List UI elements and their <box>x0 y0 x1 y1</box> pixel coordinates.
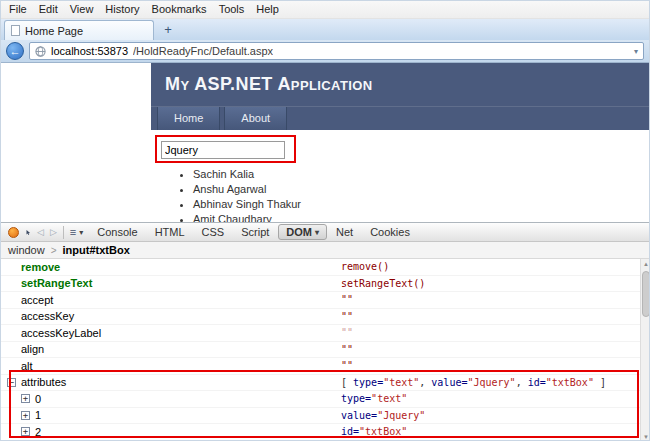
dom-row-accessKey[interactable]: accessKey"" <box>1 309 640 326</box>
dom-row-0[interactable]: +0type="text" <box>1 391 640 408</box>
scrollbar[interactable]: ▲ ▼ <box>640 259 650 441</box>
firebug-tabbar: ConsoleHTMLCSSScriptDOM▾NetCookies <box>89 224 418 240</box>
firebug-tab-net[interactable]: Net <box>328 224 361 240</box>
property-value: "" <box>341 294 640 305</box>
property-name-cell: accessKey <box>1 310 341 322</box>
firebug-toolbar: ◁ ▷ ≡ ▾ ConsoleHTMLCSSScriptDOM▾NetCooki… <box>1 222 650 242</box>
chevron-down-icon[interactable]: ▾ <box>79 228 83 237</box>
txtBox-input[interactable] <box>161 141 285 159</box>
menu-item-view[interactable]: View <box>64 1 100 18</box>
property-name: 1 <box>35 409 41 421</box>
nav-home-button[interactable]: Home <box>157 107 220 130</box>
toolbar-divider <box>63 226 64 239</box>
site-nav: HomeAbout <box>151 106 650 130</box>
web-page: My ASP.NET Application HomeAbout Sachin … <box>1 63 650 222</box>
menu-item-bookmarks[interactable]: Bookmarks <box>146 1 213 18</box>
menu-item-help[interactable]: Help <box>250 1 285 18</box>
property-name: accessKeyLabel <box>21 327 101 339</box>
property-value: [ type="text", value="Jquery", id="txtBo… <box>341 377 640 388</box>
globe-icon <box>35 46 46 57</box>
menu-item-history[interactable]: History <box>99 1 145 18</box>
punctuation: ] <box>594 377 606 388</box>
scroll-up-icon[interactable]: ▲ <box>641 259 650 269</box>
tab-label: HTML <box>155 226 185 238</box>
site-title: My ASP.NET Application <box>151 63 650 95</box>
punctuation: , <box>419 377 431 388</box>
expander-minus-icon[interactable]: − <box>7 378 16 387</box>
property-name-cell: +1 <box>1 409 341 421</box>
property-value: "" <box>341 344 640 355</box>
property-name: 2 <box>35 426 41 438</box>
property-name-cell: setRangeText <box>1 277 341 289</box>
url-path: /HoldReadyFnc/Default.aspx <box>133 45 273 57</box>
dom-row-align[interactable]: align"" <box>1 342 640 359</box>
breadcrumb-window[interactable]: window <box>8 244 45 256</box>
tab-label: Cookies <box>370 226 410 238</box>
firebug-tab-cookies[interactable]: Cookies <box>362 224 418 240</box>
firebug-tab-console[interactable]: Console <box>89 224 145 240</box>
tab-label: Net <box>336 226 353 238</box>
dom-row-attributes[interactable]: −attributes[ type="text", value="Jquery"… <box>1 375 640 392</box>
property-value: setRangeText() <box>341 278 640 289</box>
panel-list-icon[interactable]: ≡ <box>67 223 79 241</box>
property-name-cell: +0 <box>1 393 341 405</box>
list-item: Anshu Agarwal <box>193 183 650 195</box>
property-value: remove() <box>341 261 640 272</box>
property-name-cell: align <box>1 343 341 355</box>
property-name: setRangeText <box>21 277 92 289</box>
dom-row-remove[interactable]: removeremove() <box>1 259 640 276</box>
url-dropdown-icon[interactable]: ▾ <box>634 47 638 56</box>
tab-label: Script <box>241 226 269 238</box>
back-button[interactable]: ← <box>6 42 24 60</box>
inspect-element-icon[interactable] <box>22 226 34 239</box>
dom-row-setRangeText[interactable]: setRangeTextsetRangeText() <box>1 276 640 293</box>
new-tab-button[interactable]: + <box>157 22 179 38</box>
firebug-tab-css[interactable]: CSS <box>194 224 233 240</box>
expander-plus-icon[interactable]: + <box>21 411 30 420</box>
dom-row-alt[interactable]: alt"" <box>1 358 640 375</box>
tab-label: CSS <box>202 226 225 238</box>
address-bar: ← localhost:53873/HoldReadyFnc/Default.a… <box>1 40 649 63</box>
attr-value: "text" <box>383 377 419 388</box>
property-name: remove <box>21 261 60 273</box>
menu-item-edit[interactable]: Edit <box>33 1 64 18</box>
nav-about-button[interactable]: About <box>224 107 287 130</box>
property-value: "" <box>341 327 640 338</box>
firebug-panel: ◁ ▷ ≡ ▾ ConsoleHTMLCSSScriptDOM▾NetCooki… <box>1 222 650 441</box>
attr-value: "text" <box>371 393 407 404</box>
scroll-down-icon[interactable]: ▼ <box>641 432 650 441</box>
firebug-tab-dom[interactable]: DOM▾ <box>278 224 327 240</box>
menu-bar: FileEditViewHistoryBookmarksToolsHelp <box>1 1 649 19</box>
dom-row-2[interactable]: +2id="txtBox" <box>1 424 640 441</box>
menu-item-tools[interactable]: Tools <box>213 1 251 18</box>
breadcrumb-current[interactable]: input#txtBox <box>63 244 130 256</box>
browser-tab-home-page[interactable]: Home Page <box>4 20 154 40</box>
site-header: My ASP.NET Application <box>151 63 650 106</box>
menu-item-file[interactable]: File <box>3 1 33 18</box>
page-content-column: My ASP.NET Application HomeAbout Sachin … <box>151 63 650 222</box>
dom-row-1[interactable]: +1value="Jquery" <box>1 408 640 425</box>
property-name-cell: +2 <box>1 426 341 438</box>
url-bar[interactable]: localhost:53873/HoldReadyFnc/Default.asp… <box>29 42 644 60</box>
attr-value: "Jquery" <box>377 410 425 421</box>
list-item: Sachin Kalia <box>193 168 650 180</box>
history-forward-icon[interactable]: ▷ <box>47 223 60 241</box>
dom-row-accept[interactable]: accept"" <box>1 292 640 309</box>
names-list: Sachin KaliaAnshu AgarwalAbhinav Singh T… <box>161 168 650 222</box>
expander-plus-icon[interactable]: + <box>21 394 30 403</box>
expander-plus-icon[interactable]: + <box>21 427 30 436</box>
history-back-icon[interactable]: ◁ <box>34 223 47 241</box>
scrollbar-thumb[interactable] <box>642 271 650 317</box>
property-name: attributes <box>21 376 66 388</box>
attr-value: "txtBox" <box>546 377 594 388</box>
list-item: Amit Chaudhary <box>193 213 650 222</box>
firebug-tab-script[interactable]: Script <box>233 224 277 240</box>
tab-label: Console <box>97 226 137 238</box>
firebug-tab-html[interactable]: HTML <box>147 224 193 240</box>
breadcrumb-separator-icon: > <box>51 245 57 256</box>
dom-row-accessKeyLabel[interactable]: accessKeyLabel"" <box>1 325 640 342</box>
attr-value: "Jquery" <box>467 377 515 388</box>
firebug-icon[interactable] <box>8 227 19 238</box>
attr-name: type= <box>341 393 371 404</box>
property-name: accept <box>21 294 53 306</box>
